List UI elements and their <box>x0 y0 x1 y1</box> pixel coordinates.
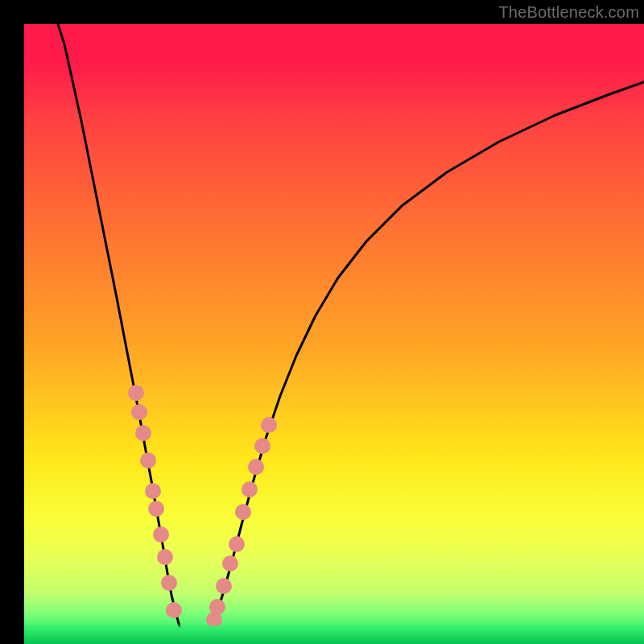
series-left-branch <box>58 24 185 640</box>
data-marker <box>222 555 238 572</box>
chart-frame: TheBottleneck.com <box>0 0 644 644</box>
data-marker <box>157 549 173 565</box>
data-marker <box>235 504 251 520</box>
data-marker <box>209 599 225 615</box>
bottom-marker-bar <box>177 632 211 644</box>
data-marker <box>242 481 258 497</box>
data-marker <box>261 417 277 433</box>
data-marker <box>128 385 144 401</box>
marker-cluster <box>128 385 277 644</box>
data-marker <box>135 425 151 441</box>
data-marker <box>153 526 169 543</box>
v-curve <box>58 24 644 640</box>
data-marker <box>161 575 177 591</box>
data-marker <box>131 404 147 420</box>
data-marker <box>140 452 156 469</box>
data-marker <box>148 501 164 517</box>
series-right-branch <box>208 82 644 640</box>
data-marker <box>254 438 270 454</box>
plot-gradient-area <box>24 24 644 644</box>
data-marker <box>229 536 245 552</box>
data-marker <box>248 459 264 475</box>
data-marker <box>166 602 182 618</box>
curve-layer <box>24 24 644 644</box>
watermark-text: TheBottleneck.com <box>498 3 639 22</box>
data-marker <box>216 578 232 594</box>
data-marker <box>145 483 161 499</box>
